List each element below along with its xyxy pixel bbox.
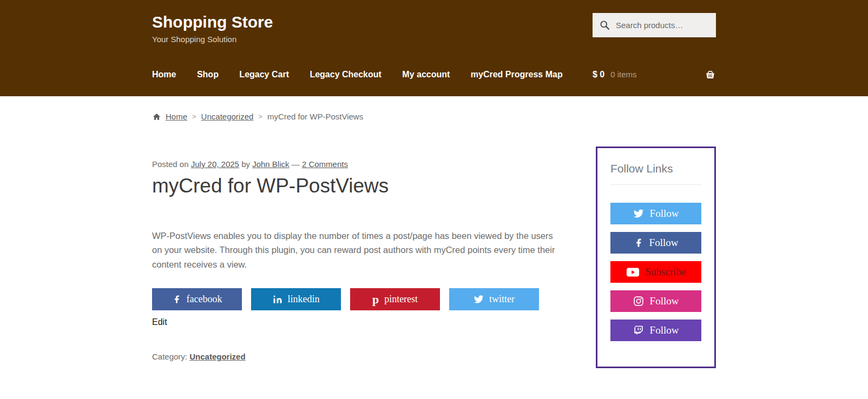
follow-button-label: Follow	[650, 208, 679, 220]
edit-post-link[interactable]: Edit	[152, 317, 167, 327]
subscribe-youtube-button[interactable]: Subscribe	[610, 261, 701, 283]
breadcrumb-category[interactable]: Uncategorized	[201, 112, 254, 121]
breadcrumb-home[interactable]: Home	[166, 112, 187, 121]
meta-dash: —	[292, 159, 300, 169]
site-header: Shopping Store Your Shopping Solution Ho…	[0, 0, 868, 96]
twitter-icon	[633, 208, 644, 219]
category-line: Category: Uncategorized	[152, 352, 563, 361]
by-label: by	[241, 159, 250, 169]
youtube-icon	[626, 267, 640, 277]
share-pinterest-button[interactable]: p pinterest	[350, 288, 440, 310]
instagram-icon	[633, 296, 644, 307]
share-linkedin-button[interactable]: linkedin	[251, 288, 341, 310]
widget-divider	[610, 184, 701, 185]
sidebar: Follow Links Follow Follow	[596, 121, 716, 368]
product-search	[593, 13, 716, 37]
nav-item-legacy-checkout[interactable]: Legacy Checkout	[310, 70, 381, 79]
breadcrumb-current: myCred for WP-PostViews	[267, 112, 363, 121]
follow-links-widget: Follow Links Follow Follow	[596, 147, 716, 368]
search-input[interactable]	[615, 20, 709, 30]
follow-button-label: Follow	[649, 237, 679, 249]
post-meta: Posted on July 20, 2025 by John Blick — …	[152, 159, 563, 169]
facebook-icon	[172, 295, 181, 304]
nav-item-home[interactable]: Home	[152, 70, 176, 79]
linkedin-icon	[273, 295, 282, 304]
cart-items-count: 0 items	[610, 70, 636, 79]
posted-on-label: Posted on	[152, 159, 189, 169]
nav-item-shop[interactable]: Shop	[197, 70, 219, 79]
follow-button-label: Follow	[650, 324, 679, 336]
follow-twitter-button[interactable]: Follow	[610, 203, 701, 224]
post-article: Posted on July 20, 2025 by John Blick — …	[152, 121, 563, 361]
primary-nav: Home Shop Legacy Cart Legacy Checkout My…	[152, 70, 581, 79]
follow-instagram-button[interactable]: Follow	[610, 290, 701, 312]
follow-button-label: Subscribe	[646, 266, 686, 278]
facebook-icon	[634, 238, 643, 248]
follow-twitch-button[interactable]: Follow	[610, 320, 701, 341]
twitter-icon	[474, 294, 484, 304]
follow-links-title: Follow Links	[610, 162, 701, 175]
follow-facebook-button[interactable]: Follow	[610, 232, 701, 254]
share-button-label: facebook	[187, 294, 222, 305]
share-twitter-button[interactable]: twitter	[449, 288, 539, 310]
site-branding: Shopping Store Your Shopping Solution	[152, 13, 273, 44]
cart-widget[interactable]: $ 0 0 items	[593, 69, 716, 80]
nav-item-legacy-cart[interactable]: Legacy Cart	[239, 70, 289, 79]
follow-button-label: Follow	[650, 295, 679, 307]
breadcrumb: Home > Uncategorized > myCred for WP-Pos…	[152, 112, 716, 121]
post-author-link[interactable]: John Blick	[252, 159, 289, 169]
site-title[interactable]: Shopping Store	[152, 13, 273, 31]
category-link[interactable]: Uncategorized	[189, 352, 245, 361]
share-button-label: linkedin	[288, 294, 320, 305]
post-date-link[interactable]: July 20, 2025	[191, 159, 239, 169]
breadcrumb-separator: >	[253, 112, 267, 121]
breadcrumb-separator: >	[187, 112, 201, 121]
search-icon	[600, 20, 610, 30]
post-body: WP-PostViews enables you to display the …	[152, 229, 563, 271]
nav-item-mycred-progress-map[interactable]: myCred Progress Map	[471, 70, 563, 79]
site-tagline: Your Shopping Solution	[152, 35, 273, 44]
category-label: Category:	[152, 352, 187, 361]
share-facebook-button[interactable]: facebook	[152, 288, 242, 310]
home-icon	[152, 112, 161, 121]
share-buttons: facebook linkedin p pinterest	[152, 288, 563, 310]
nav-item-my-account[interactable]: My account	[402, 70, 450, 79]
comments-link[interactable]: 2 Comments	[302, 159, 348, 169]
share-button-label: pinterest	[384, 294, 418, 305]
cart-amount: $ 0	[593, 70, 604, 79]
twitch-icon	[633, 325, 644, 336]
pinterest-icon: p	[372, 294, 379, 305]
post-title: myCred for WP-PostViews	[152, 175, 563, 197]
basket-icon[interactable]	[705, 69, 716, 80]
share-button-label: twitter	[489, 294, 515, 305]
